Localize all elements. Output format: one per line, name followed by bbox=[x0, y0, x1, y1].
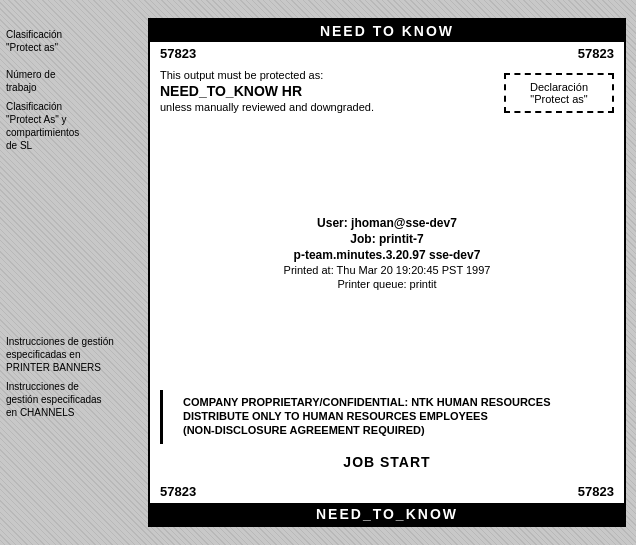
banner-line3: (NON-DISCLOSURE AGREEMENT REQUIRED) bbox=[183, 424, 604, 436]
protect-as-label: Clasificación "Protect as" bbox=[6, 28, 62, 54]
job-start: JOB START bbox=[150, 444, 624, 480]
outer-wrapper: Clasificación "Protect as" Número de tra… bbox=[0, 0, 636, 545]
user-line: User: jhoman@sse-dev7 bbox=[284, 216, 491, 230]
classification-left: This output must be protected as: NEED_T… bbox=[160, 69, 504, 121]
bottom-classification-banner: NEED_TO_KNOW bbox=[150, 503, 624, 525]
user-job-info: User: jhoman@sse-dev7 Job: printit-7 p-t… bbox=[284, 216, 491, 292]
job-number-right-bottom: 57823 bbox=[578, 484, 614, 499]
classification-sl-label: Clasificación "Protect As" y compartimie… bbox=[6, 100, 79, 152]
channels-label: Instrucciones de gestión especificadas e… bbox=[6, 380, 102, 419]
left-labels: Clasificación "Protect as" Número de tra… bbox=[4, 0, 139, 545]
classification-intro: This output must be protected as: bbox=[160, 69, 504, 81]
job-number-left-bottom: 57823 bbox=[160, 484, 196, 499]
banner-line1: COMPANY PROPRIETARY/CONFIDENTIAL: NTK HU… bbox=[183, 396, 604, 408]
job-line: Job: printit-7 bbox=[284, 232, 491, 246]
declaration-label: Declaración "Protect as" bbox=[530, 81, 588, 105]
printer-banners-label: Instrucciones de gestión especificadas e… bbox=[6, 335, 114, 374]
middle-content: User: jhoman@sse-dev7 Job: printit-7 p-t… bbox=[150, 125, 624, 390]
printer-queue: Printer queue: printit bbox=[284, 278, 491, 290]
job-number-right-top: 57823 bbox=[578, 46, 614, 61]
banner-line2: DISTRIBUTE ONLY TO HUMAN RESOURCES EMPLO… bbox=[183, 410, 604, 422]
printed-at: Printed at: Thu Mar 20 19:20:45 PST 1997 bbox=[284, 264, 491, 276]
job-detail-line: p-team.minutes.3.20.97 sse-dev7 bbox=[284, 248, 491, 262]
classification-name: NEED_TO_KNOW HR bbox=[160, 83, 504, 99]
job-number-row-bottom: 57823 57823 bbox=[150, 480, 624, 503]
top-classification-banner: NEED TO KNOW bbox=[150, 20, 624, 42]
classification-unless: unless manually reviewed and downgraded. bbox=[160, 101, 504, 113]
classification-section: This output must be protected as: NEED_T… bbox=[150, 65, 624, 125]
declaration-box: Declaración "Protect as" bbox=[504, 73, 614, 113]
job-number-label: Número de trabajo bbox=[6, 68, 55, 94]
banner-section: COMPANY PROPRIETARY/CONFIDENTIAL: NTK HU… bbox=[160, 390, 614, 444]
job-number-left-top: 57823 bbox=[160, 46, 196, 61]
document-box: NEED TO KNOW 57823 57823 This output mus… bbox=[148, 18, 626, 527]
job-number-row-top: 57823 57823 bbox=[150, 42, 624, 65]
